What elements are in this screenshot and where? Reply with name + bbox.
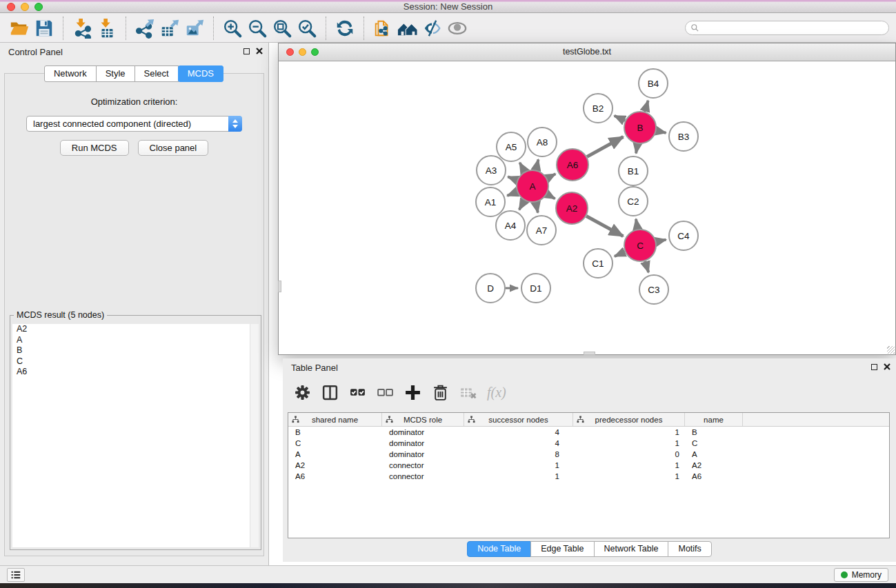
home-icon[interactable] bbox=[395, 16, 420, 41]
edge-A2-C[interactable] bbox=[586, 216, 623, 236]
edge-A-A5[interactable] bbox=[519, 163, 524, 172]
node-B4[interactable]: B4 bbox=[639, 69, 668, 98]
result-scrollbar[interactable] bbox=[250, 324, 259, 547]
tab-network[interactable]: Network bbox=[44, 65, 97, 82]
node-C2[interactable]: C2 bbox=[619, 187, 648, 216]
result-item[interactable]: A6 bbox=[12, 367, 259, 378]
result-item[interactable]: A2 bbox=[12, 324, 259, 335]
column-header-MCDS-role[interactable]: MCDS role bbox=[382, 413, 464, 426]
search-input[interactable] bbox=[699, 22, 888, 34]
zoom-out-icon[interactable] bbox=[245, 16, 270, 41]
edge-B-B4[interactable] bbox=[645, 101, 648, 112]
tab-style[interactable]: Style bbox=[96, 65, 135, 82]
node-A5[interactable]: A5 bbox=[497, 132, 526, 161]
node-B3[interactable]: B3 bbox=[669, 122, 698, 151]
column-header-predecessor-nodes[interactable]: predecessor nodes bbox=[573, 413, 685, 426]
close-panel-icon[interactable] bbox=[256, 48, 263, 54]
table-row[interactable]: Bdominator41B bbox=[288, 427, 889, 438]
float-table-panel-icon[interactable] bbox=[871, 364, 877, 370]
edge-A-A1[interactable] bbox=[507, 192, 517, 195]
edge-B-B1[interactable] bbox=[636, 144, 637, 154]
edge-C-C4[interactable] bbox=[656, 240, 666, 242]
edge-C-C1[interactable] bbox=[615, 252, 625, 256]
export-network-icon[interactable] bbox=[132, 16, 157, 41]
node-C3[interactable]: C3 bbox=[639, 275, 668, 304]
edge-A-A7[interactable] bbox=[536, 203, 538, 213]
export-table-icon[interactable] bbox=[157, 16, 182, 41]
edge-A-A3[interactable] bbox=[508, 176, 517, 180]
float-panel-icon[interactable] bbox=[243, 48, 250, 54]
node-A8[interactable]: A8 bbox=[528, 128, 557, 156]
eye-icon[interactable] bbox=[445, 16, 470, 41]
result-item[interactable]: A bbox=[12, 335, 259, 346]
network-window-titlebar[interactable]: testGlobe.txt bbox=[279, 43, 895, 61]
open-session-icon[interactable] bbox=[7, 16, 32, 41]
splitter-stub-left[interactable] bbox=[278, 281, 281, 292]
node-A[interactable]: A bbox=[517, 170, 548, 202]
tab-motifs[interactable]: Motifs bbox=[668, 541, 711, 557]
node-C[interactable]: C bbox=[624, 230, 656, 261]
search-box[interactable] bbox=[685, 21, 889, 35]
tab-network-table[interactable]: Network Table bbox=[594, 541, 669, 557]
refresh-icon[interactable] bbox=[332, 16, 357, 41]
close-panel-button[interactable]: Close panel bbox=[138, 140, 209, 156]
close-table-panel-icon[interactable] bbox=[884, 363, 890, 370]
zoom-selected-icon[interactable] bbox=[295, 16, 319, 41]
edge-A-A2[interactable] bbox=[547, 194, 555, 199]
node-A1[interactable]: A1 bbox=[476, 187, 505, 216]
export-image-icon[interactable] bbox=[182, 16, 207, 41]
edge-A6-B[interactable] bbox=[587, 137, 623, 157]
zoom-fit-icon[interactable] bbox=[270, 16, 295, 41]
resize-grip-icon[interactable] bbox=[887, 346, 895, 354]
node-B[interactable]: B bbox=[624, 112, 656, 143]
select-all-icon[interactable] bbox=[348, 383, 368, 403]
gear-icon[interactable] bbox=[292, 383, 312, 403]
tab-node-table[interactable]: Node Table bbox=[467, 541, 531, 557]
result-item[interactable]: B bbox=[12, 345, 259, 356]
edge-A-A6[interactable] bbox=[547, 174, 555, 178]
tab-edge-table[interactable]: Edge Table bbox=[530, 541, 594, 557]
tab-mcds[interactable]: MCDS bbox=[178, 65, 223, 82]
edge-B-B2[interactable] bbox=[615, 116, 626, 121]
toggle-details-icon[interactable] bbox=[420, 16, 445, 41]
trash-icon[interactable] bbox=[430, 383, 450, 403]
tab-select[interactable]: Select bbox=[135, 65, 179, 82]
import-network-icon[interactable] bbox=[70, 16, 94, 41]
edge-B-B3[interactable] bbox=[657, 131, 666, 133]
edge-A-A4[interactable] bbox=[519, 201, 525, 210]
table-row[interactable]: Adominator80A bbox=[288, 449, 889, 460]
node-B1[interactable]: B1 bbox=[619, 156, 648, 185]
node-A4[interactable]: A4 bbox=[496, 211, 525, 240]
task-history-button[interactable] bbox=[7, 568, 25, 582]
node-D1[interactable]: D1 bbox=[521, 274, 550, 303]
column-header-name[interactable]: name bbox=[685, 413, 743, 426]
network-graph[interactable]: B4B2BB3A8A5A6B1A3AC2A1A2A4A7C4CC1C3DD1 bbox=[281, 61, 893, 354]
node-C1[interactable]: C1 bbox=[584, 249, 613, 278]
edge-C-C2[interactable] bbox=[636, 219, 637, 230]
table-row[interactable]: A6connector11A6 bbox=[288, 471, 889, 482]
table-row[interactable]: Cdominator41C bbox=[288, 438, 889, 449]
edge-A-A8[interactable] bbox=[536, 159, 538, 170]
splitter-stub-bottom[interactable] bbox=[584, 352, 595, 355]
result-item[interactable]: C bbox=[12, 356, 259, 367]
node-A7[interactable]: A7 bbox=[527, 216, 556, 245]
node-D[interactable]: D bbox=[476, 274, 505, 303]
network-document-icon[interactable] bbox=[370, 16, 395, 41]
columns-icon[interactable] bbox=[320, 383, 340, 403]
save-session-icon[interactable] bbox=[32, 16, 57, 41]
column-header-shared-name[interactable]: shared name bbox=[288, 413, 382, 426]
node-A3[interactable]: A3 bbox=[477, 156, 506, 185]
network-canvas[interactable]: B4B2BB3A8A5A6B1A3AC2A1A2A4A7C4CC1C3DD1 bbox=[279, 61, 895, 354]
memory-button[interactable]: Memory bbox=[834, 568, 888, 582]
zoom-in-icon[interactable] bbox=[220, 16, 245, 41]
run-mcds-button[interactable]: Run MCDS bbox=[60, 140, 129, 156]
deselect-all-icon[interactable] bbox=[375, 383, 395, 403]
column-header-successor-nodes[interactable]: successor nodes bbox=[464, 413, 573, 426]
node-A2[interactable]: A2 bbox=[556, 192, 588, 224]
node-C4[interactable]: C4 bbox=[669, 221, 698, 250]
edge-C-C3[interactable] bbox=[645, 261, 648, 272]
node-A6[interactable]: A6 bbox=[557, 149, 588, 181]
import-table-icon[interactable] bbox=[94, 16, 119, 41]
node-B2[interactable]: B2 bbox=[584, 94, 613, 123]
criterion-dropdown[interactable]: largest connected component (directed) bbox=[26, 116, 242, 132]
